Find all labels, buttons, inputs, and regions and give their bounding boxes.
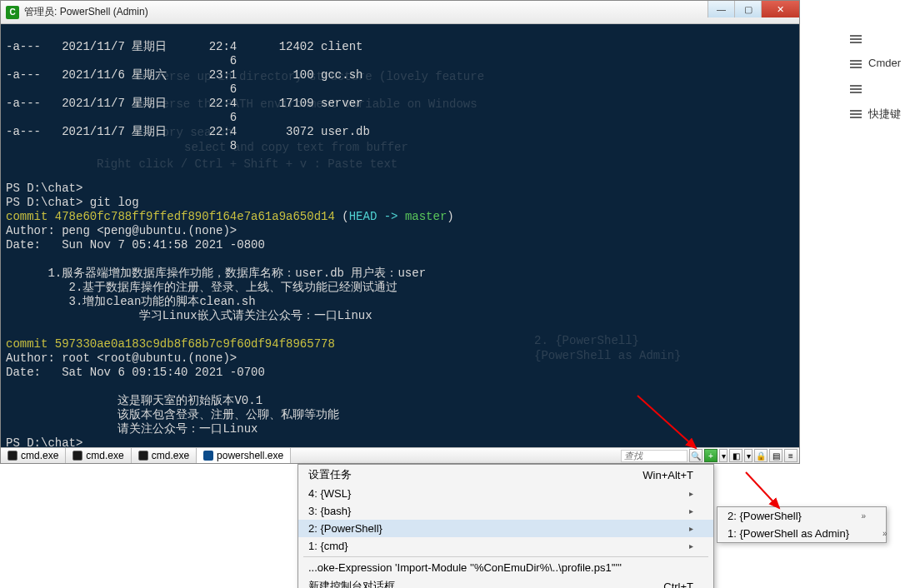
new-tab-button[interactable]: + (704, 449, 718, 462)
tab-powershell-exe[interactable]: powershell.exe (197, 448, 291, 463)
ghost-text: History search (134, 126, 232, 140)
menu-item[interactable]: 2: {PowerShell}▸ (298, 520, 713, 537)
minimize-button[interactable]: — (708, 1, 734, 17)
ghost-text: traverse up in directory structure (love… (134, 70, 484, 84)
window-title: 管理员: PowerShell (Admin) (24, 5, 708, 19)
menu-item[interactable]: 4: {WSL}▸ (298, 485, 713, 502)
chevron-right-icon: ▸ (689, 541, 693, 551)
file-listing: -a--- 2021/11/7 星期日 22:4 12402 client 6 … (6, 40, 370, 209)
tab-cmd-exe[interactable]: cmd.exe (1, 448, 66, 463)
submenu-item[interactable]: 2: {PowerShell}» (718, 507, 886, 525)
app-icon: C (6, 6, 19, 19)
ghost-text: 2. {PowerShell} (534, 334, 639, 348)
commit-date-2: Date: Sat Nov 6 09:15:40 2021 -0700 (6, 366, 265, 379)
lock-icon[interactable]: 🔒 (754, 449, 768, 462)
menu-item[interactable]: 1: {cmd}▸ (298, 537, 713, 555)
commit-body-1: 1.服务器端增加数据库操作功能，数据库名称：user.db 用户表：user 2… (6, 267, 426, 322)
tab-cmd-exe[interactable]: cmd.exe (66, 448, 131, 463)
search-input[interactable] (621, 450, 688, 462)
ghost-text: select and copy text from buffer (184, 141, 408, 155)
ghost-text: Right click / Ctrl + Shift + v : Paste t… (97, 157, 398, 172)
new-tab-dropdown[interactable]: ▾ (719, 449, 728, 462)
maximize-button[interactable]: ▢ (734, 1, 761, 17)
tasks-menu: 设置任务Win+Alt+T 4: {WSL}▸3: {bash}▸2: {Pow… (298, 464, 714, 588)
menu-item[interactable]: 3: {bash}▸ (298, 502, 713, 520)
chevron-right-icon: » (882, 529, 888, 538)
tab-label: cmd.exe (152, 450, 189, 461)
commit-hash-2: commit 597330ae0a183c9db8f68b7c9f60df94f… (6, 337, 335, 351)
commit-body-2: 这是聊天室的初始版本V0.1 该版本包含登录、注册、公聊、私聊等功能 请关注公众… (6, 394, 339, 436)
side-link-cmder[interactable]: Cmder (868, 57, 901, 69)
side-link-shortcut[interactable]: 快捷键 (868, 107, 901, 122)
svg-line-1 (746, 472, 779, 508)
commit-author-2: Author: root <root@ubuntu.(none)> (6, 351, 237, 365)
submenu-item[interactable]: 1: {PowerShell as Admin}» (718, 525, 886, 542)
commit-date-1: Date: Sun Nov 7 05:41:58 2021 -0800 (6, 238, 265, 252)
split-dropdown[interactable]: ▾ (744, 449, 752, 462)
tab-label: cmd.exe (86, 450, 123, 461)
menu-icon[interactable]: ≡ (784, 449, 798, 462)
ghost-text: traverse the PATH environment variable o… (134, 97, 478, 112)
search-icon[interactable]: 🔍 (689, 449, 702, 462)
menu-header: 设置任务Win+Alt+T (298, 465, 713, 485)
terminal-output[interactable]: -a--- 2021/11/7 星期日 22:4 12402 client 6 … (1, 24, 799, 447)
menu-item-expression[interactable]: ...oke-Expression 'Import-Module ''%ConE… (298, 559, 713, 576)
cmd-icon (138, 451, 148, 461)
commit-author-1: Author: peng <peng@ubuntu.(none)> (6, 224, 237, 237)
tab-bar: cmd.execmd.execmd.exepowershell.exe 🔍 + … (1, 447, 799, 463)
tab-label: cmd.exe (21, 450, 58, 461)
commit-hash-1: commit 478e60fc788ff9ffedf890f164e7a61a9… (6, 210, 335, 223)
cmd-icon (72, 451, 82, 461)
menu-item-newconsole[interactable]: 新建控制台对话框...Ctrl+T (298, 576, 713, 588)
chevron-right-icon: ▸ (689, 489, 693, 498)
tab-label: powershell.exe (217, 450, 283, 461)
cmd-icon (8, 451, 18, 461)
titlebar[interactable]: C 管理员: PowerShell (Admin) — ▢ ✕ (1, 1, 799, 24)
main-window: C 管理员: PowerShell (Admin) — ▢ ✕ -a--- 20… (0, 0, 800, 464)
chevron-right-icon: » (861, 511, 866, 521)
chevron-right-icon: ▸ (689, 506, 693, 516)
menu-separator (303, 556, 708, 557)
chevron-right-icon: ▸ (689, 524, 693, 533)
ghost-text: {PowerShell as Admin} (534, 349, 681, 363)
close-button[interactable]: ✕ (761, 1, 799, 17)
split-button[interactable]: ◧ (729, 449, 742, 462)
layout-icon[interactable]: ▤ (769, 449, 782, 462)
prompt-1: PS D:\chat> (6, 436, 82, 447)
tab-cmd-exe[interactable]: cmd.exe (132, 448, 197, 463)
powershell-submenu: 2: {PowerShell}»1: {PowerShell as Admin}… (717, 506, 887, 543)
powershell-icon (203, 451, 213, 461)
